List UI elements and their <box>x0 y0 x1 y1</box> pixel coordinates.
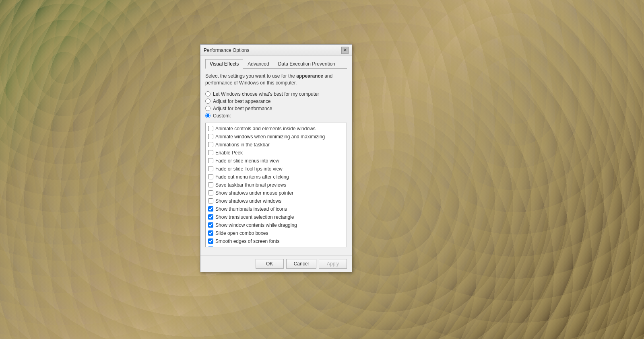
checkbox-item-4: Enable Peek <box>207 149 345 157</box>
checkbox-cb8[interactable] <box>208 182 213 187</box>
checkbox-item-5: Fade or slide menus into view <box>207 157 345 165</box>
radio-best-performance[interactable] <box>205 106 211 111</box>
checkbox-item-1: Animate controls and elements inside win… <box>207 125 345 133</box>
dialog-titlebar: Performance Options ✕ <box>200 45 352 56</box>
checkbox-cb5[interactable] <box>208 158 213 163</box>
checkbox-item-10: Show shadows under windows <box>207 197 345 205</box>
tab-bar: Visual Effects Advanced Data Execution P… <box>205 59 347 69</box>
checkbox-label-cb1[interactable]: Animate controls and elements inside win… <box>215 125 316 132</box>
checkbox-label-cb8[interactable]: Save taskbar thumbnail previews <box>215 181 286 189</box>
checkbox-label-cb13[interactable]: Show window contents while dragging <box>215 222 297 229</box>
checkbox-cb16[interactable] <box>208 247 213 247</box>
close-button[interactable]: ✕ <box>341 47 349 54</box>
radio-item-windows-choose: Let Windows choose what's best for my co… <box>205 91 347 97</box>
checkbox-item-14: Slide open combo boxes <box>207 229 345 237</box>
checkbox-cb2[interactable] <box>208 134 213 139</box>
dialog-buttons: OK Cancel Apply <box>200 255 352 272</box>
tab-data-execution[interactable]: Data Execution Prevention <box>274 59 340 69</box>
tab-advanced[interactable]: Advanced <box>243 59 273 69</box>
radio-label-custom[interactable]: Custom: <box>213 113 231 119</box>
radio-windows-choose[interactable] <box>205 91 211 97</box>
radio-custom[interactable] <box>205 113 211 118</box>
radio-label-best-performance[interactable]: Adjust for best performance <box>213 106 272 111</box>
checkbox-label-cb10[interactable]: Show shadows under windows <box>215 197 281 205</box>
performance-options-dialog: Performance Options ✕ Visual Effects Adv… <box>200 44 352 272</box>
description-text: Select the settings you want to use for … <box>205 73 347 86</box>
checkbox-item-8: Save taskbar thumbnail previews <box>207 181 345 189</box>
checkbox-item-11: Show thumbnails instead of icons <box>207 205 345 213</box>
checkbox-label-cb11[interactable]: Show thumbnails instead of icons <box>215 205 287 213</box>
radio-item-best-performance: Adjust for best performance <box>205 106 347 111</box>
checkbox-label-cb9[interactable]: Show shadows under mouse pointer <box>215 189 293 197</box>
dialog-content: Visual Effects Advanced Data Execution P… <box>200 56 352 255</box>
checkbox-cb14[interactable] <box>208 230 213 236</box>
checkbox-item-7: Fade out menu items after clicking <box>207 173 345 181</box>
checkbox-cb11[interactable] <box>208 206 213 212</box>
checkbox-label-cb15[interactable]: Smooth edges of screen fonts <box>215 238 279 245</box>
radio-group: Let Windows choose what's best for my co… <box>205 91 347 119</box>
checkbox-item-3: Animations in the taskbar <box>207 141 345 149</box>
checkbox-label-cb5[interactable]: Fade or slide menus into view <box>215 157 279 164</box>
tab-visual-effects[interactable]: Visual Effects <box>205 59 243 69</box>
checkbox-cb12[interactable] <box>208 214 213 220</box>
checkbox-label-cb14[interactable]: Slide open combo boxes <box>215 230 268 237</box>
checkbox-label-cb12[interactable]: Show translucent selection rectangle <box>215 214 294 221</box>
dialog-title: Performance Options <box>204 47 249 53</box>
checkbox-cb1[interactable] <box>208 126 213 131</box>
checkbox-label-cb2[interactable]: Animate windows when minimizing and maxi… <box>215 133 325 140</box>
checkbox-cb6[interactable] <box>208 166 213 171</box>
ok-button[interactable]: OK <box>256 259 284 269</box>
checkbox-item-12: Show translucent selection rectangle <box>207 213 345 221</box>
checkbox-cb4[interactable] <box>208 150 213 155</box>
checkbox-cb15[interactable] <box>208 238 213 244</box>
cancel-button[interactable]: Cancel <box>286 259 316 269</box>
checkbox-item-15: Smooth edges of screen fonts <box>207 237 345 245</box>
radio-label-windows-choose[interactable]: Let Windows choose what's best for my co… <box>213 91 319 97</box>
checkbox-cb13[interactable] <box>208 222 213 228</box>
checkbox-item-9: Show shadows under mouse pointer <box>207 189 345 197</box>
apply-button[interactable]: Apply <box>319 259 347 269</box>
checkbox-item-6: Fade or slide ToolTips into view <box>207 165 345 173</box>
radio-item-best-appearance: Adjust for best appearance <box>205 99 347 104</box>
checkbox-cb9[interactable] <box>208 190 213 195</box>
checkbox-cb7[interactable] <box>208 174 213 179</box>
radio-label-best-appearance[interactable]: Adjust for best appearance <box>213 99 270 104</box>
radio-best-appearance[interactable] <box>205 99 211 104</box>
checkbox-label-cb3[interactable]: Animations in the taskbar <box>215 141 270 148</box>
radio-item-custom: Custom: <box>205 113 347 119</box>
checkbox-item-16: Smooth-scroll list boxes <box>207 245 345 247</box>
checkbox-item-13: Show window contents while dragging <box>207 221 345 229</box>
checkbox-cb10[interactable] <box>208 198 213 203</box>
checkbox-item-2: Animate windows when minimizing and maxi… <box>207 133 345 141</box>
checkbox-label-cb4[interactable]: Enable Peek <box>215 149 243 156</box>
checkbox-label-cb7[interactable]: Fade out menu items after clicking <box>215 173 289 181</box>
checkbox-label-cb16[interactable]: Smooth-scroll list boxes <box>215 246 266 247</box>
checkbox-label-cb6[interactable]: Fade or slide ToolTips into view <box>215 165 283 173</box>
checkbox-cb3[interactable] <box>208 142 213 147</box>
checkbox-list[interactable]: Animate controls and elements inside win… <box>205 123 347 247</box>
